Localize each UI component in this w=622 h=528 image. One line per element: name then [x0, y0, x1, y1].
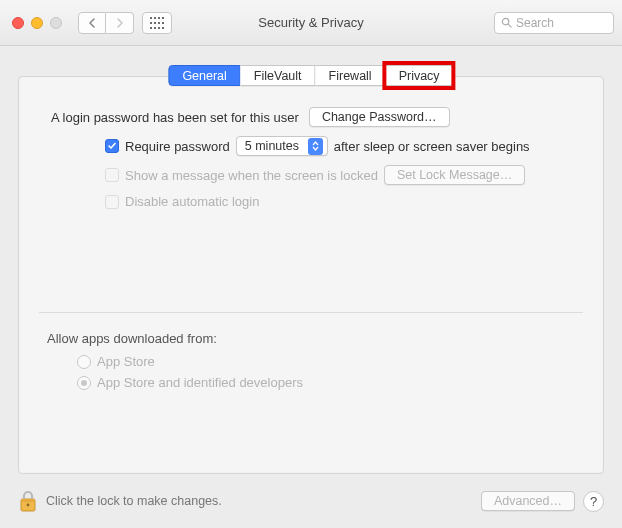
- search-input[interactable]: Search: [494, 12, 614, 34]
- require-password-label: Require password: [125, 139, 230, 154]
- minimize-window-button[interactable]: [31, 17, 43, 29]
- tab-filevault[interactable]: FileVault: [241, 65, 316, 86]
- tab-label: Privacy: [399, 69, 440, 83]
- radio-label: App Store: [97, 354, 155, 369]
- preferences-body: General FileVault Firewall Privacy A log…: [0, 46, 622, 528]
- login-password-text: A login password has been set for this u…: [51, 110, 299, 125]
- show-all-prefs-button[interactable]: [142, 12, 172, 34]
- lock-icon[interactable]: [18, 489, 38, 513]
- set-lock-message-button: Set Lock Message…: [384, 165, 525, 185]
- advanced-button[interactable]: Advanced…: [481, 491, 575, 511]
- back-button[interactable]: [78, 12, 106, 34]
- svg-rect-3: [162, 17, 164, 19]
- title-bar: Security & Privacy Search: [0, 0, 622, 46]
- tab-general[interactable]: General: [168, 65, 240, 86]
- disable-auto-login-checkbox: [105, 195, 119, 209]
- svg-rect-4: [150, 22, 152, 24]
- disable-auto-login-label: Disable automatic login: [125, 194, 259, 209]
- svg-rect-1: [154, 17, 156, 19]
- close-window-button[interactable]: [12, 17, 24, 29]
- lock-text: Click the lock to make changes.: [46, 494, 222, 508]
- svg-point-16: [27, 504, 30, 507]
- tab-bar: General FileVault Firewall Privacy: [168, 65, 453, 86]
- forward-button[interactable]: [106, 12, 134, 34]
- help-label: ?: [590, 494, 597, 509]
- change-password-button[interactable]: Change Password…: [309, 107, 450, 127]
- show-message-checkbox: [105, 168, 119, 182]
- radio-app-store: [77, 355, 91, 369]
- tab-privacy[interactable]: Privacy: [386, 65, 454, 86]
- button-label: Set Lock Message…: [397, 168, 512, 182]
- tab-label: General: [182, 69, 226, 83]
- nav-buttons: [78, 12, 134, 34]
- button-label: Change Password…: [322, 110, 437, 124]
- search-icon: [501, 17, 512, 28]
- footer-bar: Click the lock to make changes. Advanced…: [18, 484, 604, 518]
- radio-app-store-identified: [77, 376, 91, 390]
- tab-label: FileVault: [254, 69, 302, 83]
- general-panel: A login password has been set for this u…: [18, 76, 604, 474]
- svg-rect-8: [150, 27, 152, 29]
- svg-rect-15: [21, 499, 35, 502]
- require-password-delay-select[interactable]: 5 minutes: [236, 136, 328, 156]
- svg-rect-7: [162, 22, 164, 24]
- svg-line-13: [508, 24, 511, 27]
- svg-point-12: [502, 18, 508, 24]
- svg-rect-0: [150, 17, 152, 19]
- divider: [39, 312, 583, 313]
- select-value: 5 minutes: [245, 139, 299, 153]
- tab-firewall[interactable]: Firewall: [316, 65, 386, 86]
- svg-rect-10: [158, 27, 160, 29]
- button-label: Advanced…: [494, 494, 562, 508]
- downloads-heading: Allow apps downloaded from:: [47, 331, 575, 346]
- svg-rect-5: [154, 22, 156, 24]
- svg-rect-6: [158, 22, 160, 24]
- require-password-checkbox[interactable]: [105, 139, 119, 153]
- require-password-after-text: after sleep or screen saver begins: [334, 139, 530, 154]
- show-message-label: Show a message when the screen is locked: [125, 168, 378, 183]
- help-button[interactable]: ?: [583, 491, 604, 512]
- radio-label: App Store and identified developers: [97, 375, 303, 390]
- svg-rect-9: [154, 27, 156, 29]
- svg-rect-11: [162, 27, 164, 29]
- chevron-up-down-icon: [308, 138, 323, 155]
- search-placeholder: Search: [516, 16, 554, 30]
- zoom-window-button: [50, 17, 62, 29]
- tab-label: Firewall: [329, 69, 372, 83]
- svg-rect-2: [158, 17, 160, 19]
- window-controls: [8, 17, 62, 29]
